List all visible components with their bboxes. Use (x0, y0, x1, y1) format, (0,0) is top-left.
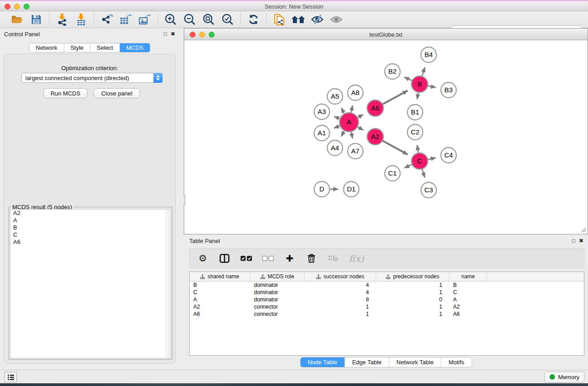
graph-node-A4[interactable]: A4 (327, 140, 343, 156)
function-builder-icon[interactable]: f(x) (349, 253, 364, 263)
zoom-fit-icon[interactable] (201, 13, 216, 26)
table-row[interactable]: Cdominator41C (190, 289, 584, 296)
home-icon[interactable] (291, 13, 306, 26)
import-table-icon[interactable] (74, 13, 88, 26)
import-network-icon[interactable] (55, 13, 69, 26)
mcds-result-item[interactable]: A6 (10, 238, 171, 246)
graph-edge-C-C2[interactable] (417, 145, 418, 153)
gear-icon[interactable]: ⚙ (197, 253, 209, 264)
duplicate-network-icon[interactable] (272, 13, 287, 26)
deselect-checkboxes-icon[interactable] (262, 253, 274, 264)
graph-edge-C-C4[interactable] (428, 158, 436, 160)
resize-grip[interactable] (580, 226, 586, 233)
column-header-MCDS-role[interactable]: MCDS role (250, 272, 305, 281)
graph-edge-B-B3[interactable] (428, 86, 436, 88)
optimization-criterion-dropdown[interactable]: largest connected component (directed) (21, 73, 163, 83)
graph-node-C[interactable]: C (411, 153, 428, 169)
table-row[interactable]: A2connector11A2 (190, 303, 584, 310)
tab-motifs[interactable]: Motifs (441, 357, 472, 367)
result-list-scrollbar[interactable] (166, 210, 171, 358)
tab-select[interactable]: Select (91, 43, 120, 52)
zoom-selected-icon[interactable] (220, 13, 235, 26)
run-mcds-button[interactable]: Run MCDS (43, 88, 87, 98)
graph-node-A5[interactable]: A5 (327, 89, 343, 104)
graph-node-C2[interactable]: C2 (407, 124, 423, 140)
export-table-icon[interactable] (119, 13, 133, 26)
graph-node-B2[interactable]: B2 (385, 64, 400, 79)
graph-edge-B-B1[interactable] (417, 92, 419, 100)
graph-node-A7[interactable]: A7 (348, 143, 363, 159)
float-table-panel-icon[interactable]: □ (572, 238, 575, 244)
graph-node-B4[interactable]: B4 (421, 47, 436, 62)
column-header-predecessor-nodes[interactable]: predecessor nodes (376, 272, 449, 281)
network-graph[interactable]: B4B2BB3A5A8A6B1A3AC2A1A2A4A7C4CC1C3DD1 (185, 40, 587, 234)
mcds-result-item[interactable]: A (10, 217, 171, 224)
task-history-button[interactable] (5, 372, 17, 382)
zoom-in-icon[interactable] (163, 13, 178, 26)
splitter-handle[interactable] (184, 195, 186, 205)
close-panel-button[interactable]: Close panel (94, 88, 140, 98)
graph-node-C3[interactable]: C3 (421, 182, 436, 198)
column-header-shared-name[interactable]: shared name (190, 272, 250, 281)
float-panel-icon[interactable]: □ (164, 31, 167, 37)
delete-column-icon[interactable] (306, 253, 317, 264)
mcds-result-item[interactable]: B (10, 224, 171, 231)
tab-style[interactable]: Style (64, 43, 91, 52)
tab-node-table[interactable]: Node Table (300, 357, 345, 367)
mcds-result-list[interactable]: A2ABCA6 (10, 209, 171, 358)
graph-node-B1[interactable]: B1 (407, 105, 423, 120)
graph-node-A2[interactable]: A2 (367, 129, 383, 145)
network-window-titlebar[interactable]: testGlobe.txt (184, 29, 588, 40)
zoom-out-icon[interactable] (182, 13, 197, 26)
eye-icon[interactable] (329, 13, 344, 26)
graph-node-A[interactable]: A (339, 113, 359, 132)
close-panel-icon[interactable]: ✖ (171, 31, 175, 37)
memory-button[interactable]: Memory (545, 372, 584, 382)
tab-edge-table[interactable]: Edge Table (345, 357, 389, 367)
eye-slash-icon[interactable] (310, 13, 325, 26)
graph-node-A1[interactable]: A1 (314, 125, 330, 141)
save-session-icon[interactable] (29, 13, 43, 26)
graph-edge-B-B4[interactable] (422, 67, 425, 76)
column-header-name[interactable]: name (449, 272, 487, 281)
graph-edge-A-A1[interactable] (334, 126, 340, 128)
graph-node-D[interactable]: D (314, 181, 330, 197)
column-header-successor-nodes[interactable]: successor nodes (305, 272, 376, 281)
add-column-icon[interactable]: ✚ (284, 253, 296, 264)
close-table-panel-icon[interactable]: ✖ (579, 238, 583, 244)
graph-edge-A2-C[interactable] (382, 141, 408, 155)
tab-network-table[interactable]: Network Table (389, 357, 441, 367)
mcds-result-item[interactable]: C (10, 231, 171, 238)
tab-mcds[interactable]: MCDS (120, 43, 150, 52)
graph-edge-A6-B[interactable] (382, 91, 408, 104)
graph-edge-A-A2[interactable] (357, 127, 363, 130)
graph-edge-B-B2[interactable] (404, 77, 412, 81)
graph-node-A3[interactable]: A3 (314, 104, 330, 119)
table-row[interactable]: Adominator80A (190, 296, 584, 303)
open-session-icon[interactable] (10, 13, 24, 26)
graph-node-D1[interactable]: D1 (344, 181, 359, 197)
select-all-checkboxes-icon[interactable] (240, 253, 252, 264)
table-row[interactable]: A6connector11A6 (190, 310, 584, 318)
graph-node-C4[interactable]: C4 (441, 148, 456, 163)
graph-edge-C-C3[interactable] (422, 169, 425, 177)
tab-network[interactable]: Network (29, 43, 64, 52)
export-network-icon[interactable] (100, 13, 114, 26)
graph-node-B[interactable]: B (411, 76, 428, 92)
graph-node-C1[interactable]: C1 (385, 166, 400, 181)
mcds-result-item[interactable]: A2 (10, 210, 171, 217)
graph-edge-A-A7[interactable] (351, 132, 352, 138)
graph-edge-A-A8[interactable] (351, 105, 352, 113)
graph-node-B3[interactable]: B3 (441, 82, 456, 98)
split-column-icon[interactable] (219, 253, 230, 264)
delete-table-icon[interactable] (327, 253, 339, 264)
graph-node-A8[interactable]: A8 (348, 85, 363, 100)
refresh-icon[interactable] (246, 13, 261, 26)
export-image-icon[interactable] (138, 13, 152, 26)
graph-edge-A-A5[interactable] (341, 108, 344, 114)
graph-edge-A-A4[interactable] (341, 130, 344, 136)
graph-edge-C-C1[interactable] (404, 164, 412, 168)
network-canvas[interactable]: B4B2BB3A5A8A6B1A3AC2A1A2A4A7C4CC1C3DD1 (185, 40, 587, 234)
graph-edge-A-A6[interactable] (358, 114, 363, 118)
graph-node-A6[interactable]: A6 (367, 100, 383, 116)
